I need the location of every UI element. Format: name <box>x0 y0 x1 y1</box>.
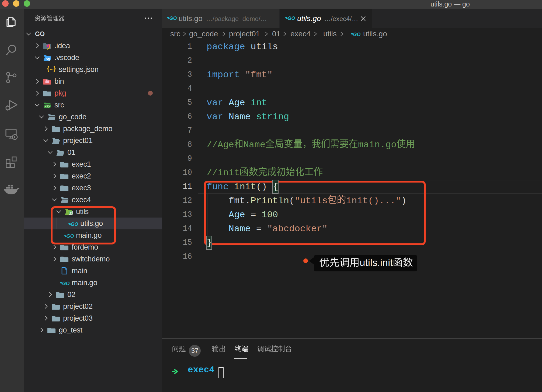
svg-text:GO: GO <box>288 16 295 21</box>
svg-text:GO: GO <box>169 16 177 21</box>
svg-text:GO: GO <box>62 281 70 286</box>
svg-text:GO: GO <box>353 32 360 37</box>
